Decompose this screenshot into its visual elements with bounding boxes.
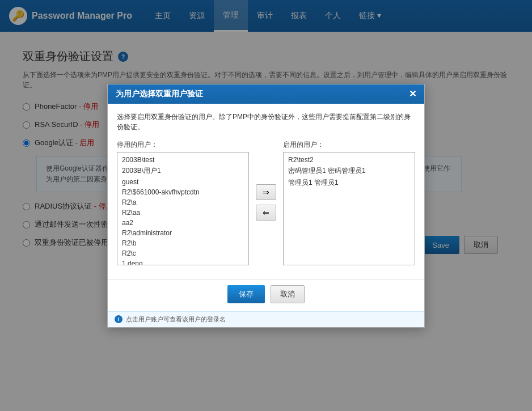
list-item[interactable]: R2\test2: [286, 155, 412, 165]
list-item[interactable]: guest: [120, 177, 246, 187]
transfer-buttons: ⇒ ⇐: [256, 184, 276, 221]
list-item[interactable]: R2\b: [120, 238, 246, 248]
active-users-label: 启用的用户：: [283, 140, 415, 150]
inactive-users-label: 停用的用户：: [117, 140, 249, 150]
list-item[interactable]: 2003B\用户1: [120, 165, 246, 177]
move-right-button[interactable]: ⇒: [256, 184, 276, 200]
list-item[interactable]: 管理员1 管理员1: [286, 177, 412, 189]
dialog-save-button[interactable]: 保存: [227, 285, 265, 303]
dialog-body: 选择要启用双重身份验证的用户。除了PMP中的身份验证外，这些用户需要提前配置第二…: [108, 104, 424, 273]
dialog-description: 选择要启用双重身份验证的用户。除了PMP中的身份验证外，这些用户需要提前配置第二…: [117, 112, 415, 132]
inactive-users-col: 停用的用户： 2003B\test 2003B\用户1 guest R2\$66…: [117, 140, 249, 265]
user-lists: 停用的用户： 2003B\test 2003B\用户1 guest R2\$66…: [117, 140, 415, 265]
dialog-title: 为用户选择双重用户验证: [116, 89, 203, 99]
list-item[interactable]: 2003B\test: [120, 155, 246, 165]
dialog-header: 为用户选择双重用户验证 ✕: [108, 84, 424, 104]
dialog-info-text: 点击用户账户可查看该用户的登录名: [126, 315, 226, 324]
move-left-button[interactable]: ⇐: [256, 205, 276, 221]
list-item[interactable]: R2\c: [120, 248, 246, 259]
modal-overlay: 为用户选择双重用户验证 ✕ 选择要启用双重身份验证的用户。除了PMP中的身份验证…: [0, 0, 532, 411]
dialog-cancel-button[interactable]: 取消: [271, 285, 305, 303]
dialog-footer: 保存 取消: [108, 279, 424, 311]
list-item[interactable]: 1 deng: [120, 259, 246, 265]
inactive-users-listbox[interactable]: 2003B\test 2003B\用户1 guest R2\$661000-ak…: [117, 152, 249, 265]
list-item[interactable]: R2\$661000-akvfhvptcdtn: [120, 187, 246, 197]
user-selection-dialog: 为用户选择双重用户验证 ✕ 选择要启用双重身份验证的用户。除了PMP中的身份验证…: [107, 84, 425, 328]
list-item[interactable]: 密码管理员1 密码管理员1: [286, 165, 412, 177]
list-item[interactable]: R2\a: [120, 197, 246, 207]
info-circle-icon: i: [115, 315, 123, 323]
dialog-close-button[interactable]: ✕: [409, 90, 416, 99]
active-users-col: 启用的用户： R2\test2 密码管理员1 密码管理员1 管理员1 管理员1: [283, 140, 415, 265]
list-item[interactable]: R2\administrator: [120, 228, 246, 238]
dialog-info-bar: i 点击用户账户可查看该用户的登录名: [108, 311, 424, 327]
list-item[interactable]: R2\aa: [120, 207, 246, 218]
active-users-listbox[interactable]: R2\test2 密码管理员1 密码管理员1 管理员1 管理员1: [283, 152, 415, 265]
main-content: 双重身份验证设置 ? 从下面选择一个选项来为PMP用户提供更安全的双重身份验证。…: [0, 32, 532, 411]
list-item[interactable]: aa2: [120, 218, 246, 228]
